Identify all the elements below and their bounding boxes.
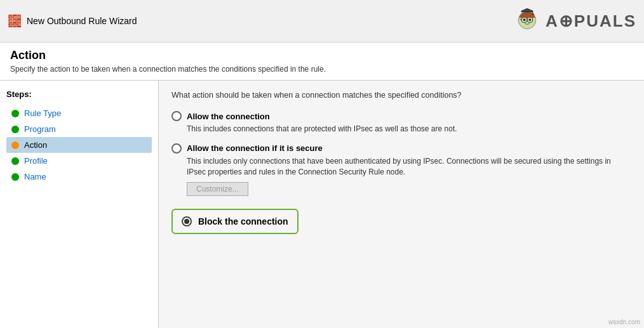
appuals-logo: A⊕PUALS xyxy=(511,5,636,37)
allow-secure-option-label: Allow the connection if it is secure xyxy=(187,143,323,153)
svg-rect-8 xyxy=(521,11,533,13)
sidebar-item-label-profile: Profile xyxy=(24,156,48,166)
customize-button[interactable]: Customize... xyxy=(187,182,248,196)
allow-secure-option[interactable]: Allow the connection if it is secure Thi… xyxy=(171,143,631,197)
step-dot-action xyxy=(11,141,19,149)
title-bar: 🧱 New Outbound Rule Wizard A⊕PUALS xyxy=(0,0,644,43)
allow-option[interactable]: Allow the connection This includes conne… xyxy=(171,111,631,134)
sidebar-item-profile[interactable]: Profile xyxy=(6,153,152,169)
svg-point-11 xyxy=(532,13,534,15)
allow-secure-radio-button[interactable] xyxy=(171,143,182,154)
sidebar-item-label-action: Action xyxy=(24,140,47,150)
main-content: Steps: Rule Type Program Action Profile … xyxy=(0,81,644,328)
block-radio-button[interactable] xyxy=(182,216,192,226)
step-dot-rule-type xyxy=(11,110,19,117)
allow-option-row[interactable]: Allow the connection xyxy=(171,111,631,121)
allow-option-label: Allow the connection xyxy=(187,112,270,121)
header-section: Action Specify the action to be taken wh… xyxy=(0,43,644,81)
block-option-label: Block the connection xyxy=(198,216,288,226)
block-option[interactable]: Block the connection xyxy=(171,209,299,234)
sidebar-item-action[interactable]: Action xyxy=(6,137,152,153)
appuals-character-icon xyxy=(511,5,543,37)
content-question: What action should be taken when a conne… xyxy=(171,91,631,100)
app-icon: 🧱 xyxy=(8,14,22,28)
svg-marker-9 xyxy=(521,8,533,11)
sidebar-item-label-program: Program xyxy=(24,124,56,134)
content-area: What action should be taken when a conne… xyxy=(159,81,644,328)
sidebar-item-label-name: Name xyxy=(24,172,46,181)
svg-point-6 xyxy=(523,18,526,21)
watermark: wsxdn.com xyxy=(608,318,640,325)
title-bar-text: New Outbound Rule Wizard xyxy=(27,16,137,26)
allow-radio-button[interactable] xyxy=(171,111,182,121)
step-dot-profile xyxy=(11,157,19,165)
allow-secure-option-row[interactable]: Allow the connection if it is secure xyxy=(171,143,631,154)
appuals-text: A⊕PUALS xyxy=(546,11,636,31)
sidebar-item-rule-type[interactable]: Rule Type xyxy=(6,105,152,121)
svg-point-7 xyxy=(529,18,532,21)
page-heading: Action xyxy=(10,49,634,62)
sidebar-item-program[interactable]: Program xyxy=(6,121,152,137)
allow-secure-option-description: This includes only connections that have… xyxy=(187,156,631,178)
sidebar-item-name[interactable]: Name xyxy=(6,169,152,185)
sidebar-item-label-rule-type: Rule Type xyxy=(24,108,61,118)
step-dot-program xyxy=(11,126,19,133)
step-dot-name xyxy=(11,173,19,181)
steps-label: Steps: xyxy=(6,89,152,99)
sidebar: Steps: Rule Type Program Action Profile … xyxy=(0,81,159,328)
page-description: Specify the action to be taken when a co… xyxy=(10,65,634,74)
allow-option-description: This includes connections that are prote… xyxy=(187,124,631,134)
